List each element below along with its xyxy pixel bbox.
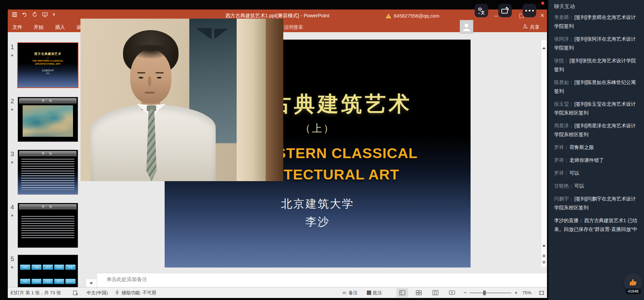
thumb5-row1: 古埃及 古希腊 古罗马 拜占庭 罗 曼 [20, 264, 76, 270]
notification-dot [541, 2, 544, 5]
minimize-button[interactable]: – [494, 12, 498, 19]
chat-sender: 罗祥： [554, 145, 569, 150]
zoom-out-button[interactable]: − [463, 287, 467, 298]
slideshow-view-button[interactable] [446, 288, 458, 297]
ellipsis-icon [525, 10, 534, 12]
slide-thumbnail-1[interactable]: 西方古典建筑艺术 （上） THE WESTERN CLASSICAL ARCHI… [18, 43, 78, 87]
chat-sender: 李沙的直播： [554, 218, 583, 223]
notes-toggle[interactable]: 备注 [342, 287, 358, 298]
accessibility-status[interactable]: 辅助功能: 不可用 [122, 287, 156, 298]
chat-sender: 陈昱如： [554, 80, 574, 85]
avatar[interactable] [460, 20, 473, 34]
presenter-eye [139, 77, 143, 79]
chat-message: 罗祥：荷鲁斯之眼 [554, 143, 639, 152]
next-slide-button[interactable] [542, 260, 546, 263]
tab-home[interactable]: 开始 [34, 24, 44, 30]
scroll-down-icon[interactable] [542, 247, 546, 253]
share-button[interactable]: 共享 [523, 22, 540, 32]
chat-message: 陈昱如：[签到]陈昱如在东峰世纪公寓签到 [554, 78, 639, 95]
zoom-level[interactable]: 75% [522, 287, 531, 298]
thumb1-subtitle: （上） [18, 57, 78, 59]
comments-toggle[interactable]: 批注 [367, 287, 382, 298]
translate-caption-button[interactable]: 文 [475, 4, 488, 17]
thumb-number: 3 [10, 150, 14, 158]
previous-slide-button[interactable] [542, 254, 546, 257]
zoom-slider[interactable] [470, 293, 511, 293]
scroll-up-icon[interactable] [542, 41, 546, 47]
presenter-eye [157, 77, 162, 79]
chat-text: 可以 [570, 170, 579, 176]
tab-file[interactable]: 文件 [13, 24, 22, 30]
thumb5-btn: 古埃及 [20, 264, 30, 270]
slide-thumbnail-3[interactable]: 导 论 [18, 150, 78, 194]
chat-message: 张阿洋：[签到]张阿洋在北海艺术设计学院签到 [554, 35, 639, 52]
start-slideshow-icon[interactable] [42, 12, 48, 17]
presenter-eyebrow [156, 72, 164, 73]
slide-thumbnail-2[interactable]: 导 论 [18, 97, 78, 142]
zoom-slider-thumb[interactable] [483, 291, 486, 295]
reading-view-button[interactable] [430, 288, 441, 297]
like-button[interactable]: 41848 [624, 273, 643, 292]
account-button[interactable]: ! 645827556@qq.com [386, 9, 439, 22]
background-wood-frame [266, 19, 283, 181]
thumb5-btn: 拜占庭 [54, 264, 65, 270]
redo-icon[interactable] [32, 12, 38, 17]
animation-star-icon: ★ [10, 107, 14, 112]
tell-me-search[interactable]: 说明搜索 [284, 22, 303, 32]
thumb1-bg [18, 43, 78, 87]
chat-panel: 聊天互动 李意晴：[签到]李意晴在北海艺术设计学院签到 张阿洋：[签到]张阿洋在… [548, 0, 644, 300]
tab-insert[interactable]: 插入 [55, 24, 65, 30]
screen: 西方古典建筑艺术1.ppt[兼容模式] - PowerPoint ! 64582… [0, 0, 644, 300]
comments-icon [367, 291, 371, 295]
more-options-button[interactable] [523, 4, 536, 17]
presenter-nose [148, 76, 151, 86]
normal-view-button[interactable] [397, 288, 408, 297]
close-button[interactable]: ✕ [540, 13, 545, 19]
presenter-mouth [145, 92, 155, 93]
thumb1-org: 北京建筑大学 [18, 69, 78, 72]
thumb2-map [23, 105, 73, 137]
warning-icon: ! [386, 14, 391, 18]
slide-scrollbar[interactable] [541, 40, 547, 267]
chat-message: 张悦：[签到]张悦在北海艺术设计学院签到 [554, 56, 639, 74]
save-icon[interactable] [12, 12, 17, 17]
slide-thumbnail-4[interactable]: 导 论 [18, 203, 78, 248]
thumb5-btn: 巴洛克 [43, 279, 53, 284]
animation-star-icon: ★ [10, 53, 14, 58]
chat-sender: 张悦： [554, 58, 569, 63]
slide-organization: 北京建筑大学 [165, 196, 471, 212]
thumb3-header: 导 论 [19, 151, 76, 156]
language-status[interactable]: 中文(中国) [87, 287, 108, 298]
thumb4-text [21, 216, 74, 240]
like-count-badge: 41848 [625, 288, 641, 294]
svg-text:文: 文 [480, 10, 485, 15]
fit-slide-to-window-button[interactable] [537, 288, 546, 297]
thumb5-btn: 洛可可 [54, 279, 65, 284]
rotate-screen-icon [501, 6, 509, 15]
animation-star-icon: ★ [10, 213, 14, 218]
notes-placeholder: 单击此处添加备注 [106, 276, 147, 283]
undo-icon[interactable] [22, 12, 28, 17]
chat-text: 老师你课件错了 [570, 157, 604, 163]
notes-pane[interactable]: 单击此处添加备注 [97, 273, 547, 287]
chat-sender: 徐玉玺： [554, 101, 574, 107]
quick-access-toolbar [12, 12, 55, 17]
status-bar: 幻灯片 第 1 张，共 73 张 中文(中国) 辅助功能: 不可用 备注 批注 … [8, 287, 547, 298]
thumb-number: 2 [10, 98, 14, 105]
thumb1-en2: ARCHITECTURAL ART [18, 63, 78, 65]
display-settings-icon[interactable] [73, 287, 78, 298]
thumb1-author: 李沙 [18, 72, 78, 74]
slide-sorter-view-button[interactable] [413, 288, 425, 297]
thumbs-up-icon [628, 278, 638, 287]
qat-customize-caret-icon[interactable] [52, 13, 55, 16]
chat-text: 荷鲁斯之眼 [570, 145, 594, 150]
slide-author: 李沙 [165, 214, 471, 230]
thumb5-btn: 古罗马 [43, 264, 53, 270]
thumbnails-scroll-down-button[interactable] [86, 279, 97, 288]
chat-sender: 李意晴： [554, 15, 574, 20]
chat-message-list[interactable]: 李意晴：[签到]李意晴在北海艺术设计学院签到 张阿洋：[签到]张阿洋在北海艺术设… [554, 13, 639, 238]
zoom-in-button[interactable]: + [515, 287, 518, 298]
presenter-eyebrow [137, 72, 145, 73]
slide-thumbnail-5[interactable]: 古埃及 古希腊 古罗马 拜占庭 罗 曼 哥 特 文艺复兴 巴洛克 洛可可 新古典… [18, 255, 78, 287]
rotate-screen-button[interactable] [498, 4, 512, 17]
